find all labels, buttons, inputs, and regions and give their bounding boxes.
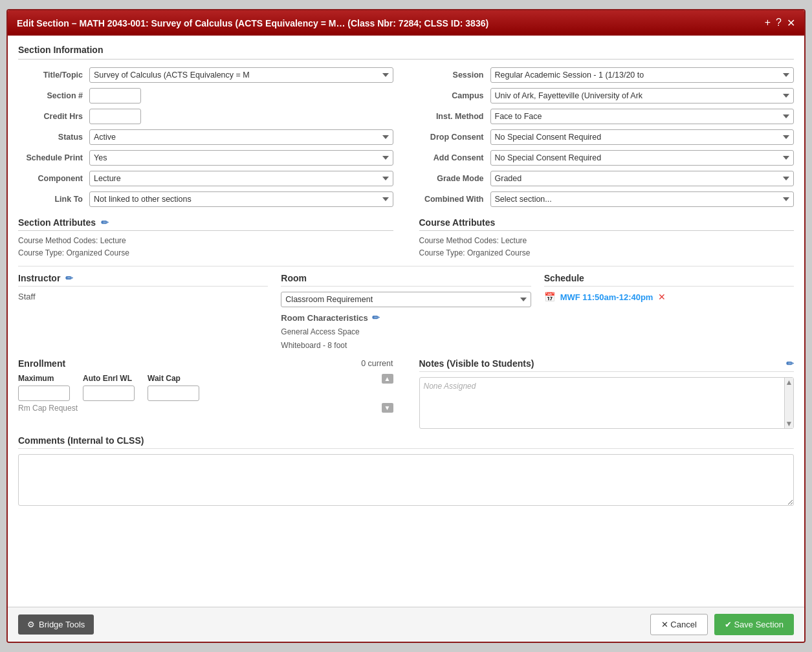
max-input[interactable]: 55	[18, 386, 70, 401]
room-requirement-select[interactable]: Classroom Requirement	[281, 292, 531, 307]
scroll-up-button[interactable]: ▲	[382, 374, 393, 384]
notes-label: Notes (Visible to Students)	[419, 358, 534, 369]
section-attributes-line2: Course Type: Organized Course	[18, 247, 393, 259]
wait-cap-field: Wait Cap 10	[148, 374, 199, 401]
room-char-list: General Access Space Whiteboard - 8 foot	[281, 325, 531, 352]
add-consent-control: No Special Consent Required	[490, 150, 795, 166]
scroll-down-button[interactable]: ▼	[382, 403, 393, 413]
combined-with-select[interactable]: Select section...	[490, 191, 795, 207]
component-label: Component	[18, 174, 89, 183]
notes-scroll-up[interactable]: ▲	[785, 378, 793, 387]
room-char-edit-icon[interactable]: ✏	[372, 312, 380, 323]
link-to-row: Link To Not linked to other sections	[18, 191, 393, 207]
attributes-section: Section Attributes ✏ Course Method Codes…	[18, 217, 794, 259]
section-info-grid: Title/Topic Survey of Calculus (ACTS Equ…	[18, 67, 794, 212]
section-attributes-line1: Course Method Codes: Lecture	[18, 235, 393, 247]
campus-control: Univ of Ark, Fayetteville (University of…	[490, 88, 795, 103]
component-row: Component Lecture	[18, 171, 393, 186]
grade-mode-label: Grade Mode	[419, 174, 490, 183]
bridge-tools-button[interactable]: ⚙ Bridge Tools	[18, 614, 94, 635]
rm-cap-label: Rm Cap Request	[18, 404, 379, 413]
delete-schedule-icon[interactable]: ✕	[658, 292, 666, 302]
notes-box: None Assigned ▲ ▼	[419, 377, 795, 429]
close-icon[interactable]: ✕	[787, 17, 795, 29]
inst-method-row: Inst. Method Face to Face	[419, 109, 795, 124]
drop-consent-control: No Special Consent Required	[490, 129, 795, 145]
cancel-button[interactable]: ✕ Cancel	[650, 614, 708, 635]
section-num-input[interactable]: 001	[89, 88, 141, 103]
inst-method-select[interactable]: Face to Face	[490, 109, 795, 124]
combined-with-control: Select section...	[490, 191, 795, 207]
plus-icon[interactable]: +	[765, 17, 771, 29]
title-topic-label: Title/Topic	[18, 71, 89, 80]
wait-cap-label: Wait Cap	[148, 374, 199, 383]
wait-cap-input[interactable]: 10	[148, 386, 199, 401]
save-button[interactable]: ✔ Save Section	[714, 614, 794, 635]
campus-row: Campus Univ of Ark, Fayetteville (Univer…	[419, 88, 795, 103]
room-char-1: General Access Space	[281, 325, 531, 338]
session-control: Regular Academic Session - 1 (1/13/20 to	[490, 67, 795, 83]
title-topic-control: Survey of Calculus (ACTS Equivalency = M	[89, 67, 393, 83]
comments-textarea[interactable]	[18, 454, 794, 506]
help-icon[interactable]: ?	[776, 17, 782, 29]
title-topic-select[interactable]: Survey of Calculus (ACTS Equivalency = M	[89, 67, 393, 83]
notes-edit-icon[interactable]: ✏	[786, 358, 794, 369]
instructor-label: Instructor	[18, 273, 60, 283]
campus-select[interactable]: Univ of Ark, Fayetteville (University of…	[490, 88, 795, 103]
room-char-label: Room Characteristics	[281, 313, 368, 323]
component-select[interactable]: Lecture	[89, 171, 393, 186]
enrollment-with-scroll: Maximum 55 Auto Enrl WL Y Wait Cap 10	[18, 374, 393, 413]
drop-consent-row: Drop Consent No Special Consent Required	[419, 129, 795, 145]
schedule-print-control: Yes	[89, 150, 393, 166]
instructor-value: Staff	[18, 292, 268, 301]
session-row: Session Regular Academic Session - 1 (1/…	[419, 67, 795, 83]
status-control: Active	[89, 129, 393, 145]
schedule-entry: 📅 MWF 11:50am-12:40pm ✕	[544, 292, 794, 302]
modal-header: Edit Section – MATH 2043-001: Survey of …	[8, 10, 804, 36]
scroll-col: ▲ ▼	[379, 374, 393, 413]
grade-mode-control: Graded	[490, 171, 795, 186]
enrollment-notes-row: Enrollment 0 current Maximum 55 Auto Enr…	[18, 358, 794, 429]
component-control: Lecture	[89, 171, 393, 186]
room-title: Room	[281, 273, 531, 287]
link-to-select[interactable]: Not linked to other sections	[89, 191, 393, 207]
combined-with-row: Combined With Select section...	[419, 191, 795, 207]
instructor-edit-icon[interactable]: ✏	[65, 273, 73, 283]
schedule-title: Schedule	[544, 273, 794, 287]
status-select[interactable]: Active	[89, 129, 393, 145]
link-to-label: Link To	[18, 195, 89, 204]
notes-scroll-down[interactable]: ▼	[785, 419, 793, 428]
section-attributes-title: Section Attributes ✏	[18, 217, 393, 231]
instructor-room-schedule: Instructor ✏ Staff Room Classroom Requir…	[18, 266, 794, 352]
edit-section-modal: Edit Section – MATH 2043-001: Survey of …	[6, 9, 806, 643]
session-select[interactable]: Regular Academic Session - 1 (1/13/20 to	[490, 67, 795, 83]
inst-method-control: Face to Face	[490, 109, 795, 124]
drop-consent-select[interactable]: No Special Consent Required	[490, 129, 795, 145]
notes-scrollbar: ▲ ▼	[784, 378, 793, 428]
schedule-print-label: Schedule Print	[18, 153, 89, 162]
status-label: Status	[18, 133, 89, 142]
section-attributes-edit-icon[interactable]: ✏	[101, 217, 109, 228]
section-info-header: Section Information	[18, 45, 794, 60]
grade-mode-select[interactable]: Graded	[490, 171, 795, 186]
modal-footer: ⚙ Bridge Tools ✕ Cancel ✔ Save Section	[8, 607, 804, 642]
bridge-tools-icon: ⚙	[27, 620, 35, 629]
combined-with-label: Combined With	[419, 195, 490, 204]
footer-right: ✕ Cancel ✔ Save Section	[650, 614, 794, 635]
schedule-print-row: Schedule Print Yes	[18, 150, 393, 166]
comments-title: Comments (Internal to CLSS)	[18, 435, 794, 449]
add-consent-row: Add Consent No Special Consent Required	[419, 150, 795, 166]
add-consent-label: Add Consent	[419, 153, 490, 162]
add-consent-select[interactable]: No Special Consent Required	[490, 150, 795, 166]
enrollment-header: Enrollment 0 current	[18, 358, 393, 369]
course-attributes-label: Course Attributes	[419, 217, 496, 228]
schedule-print-select[interactable]: Yes	[89, 150, 393, 166]
auto-enrl-input[interactable]: Y	[83, 386, 135, 401]
schedule-time[interactable]: MWF 11:50am-12:40pm	[560, 292, 653, 302]
drop-consent-label: Drop Consent	[419, 133, 490, 142]
auto-enrl-field: Auto Enrl WL Y	[83, 374, 135, 401]
title-topic-row: Title/Topic Survey of Calculus (ACTS Equ…	[18, 67, 393, 83]
course-attributes-block: Course Attributes Course Method Codes: L…	[419, 217, 795, 259]
auto-enrl-label: Auto Enrl WL	[83, 374, 135, 383]
schedule-label: Schedule	[544, 273, 584, 283]
